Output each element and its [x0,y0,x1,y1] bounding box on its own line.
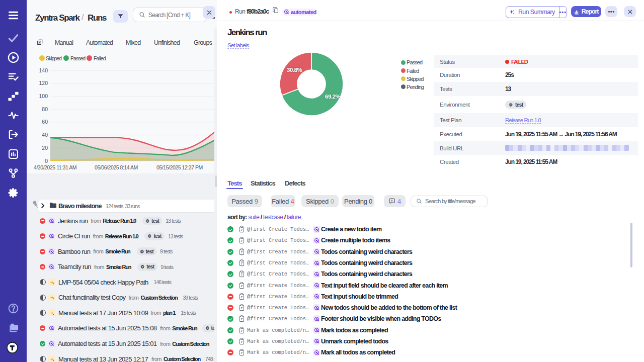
svg-text:140: 140 [39,67,48,73]
svg-text:120: 120 [39,80,48,86]
svg-text:0: 0 [45,158,48,164]
svg-text:100: 100 [39,93,48,99]
svg-text:80: 80 [42,106,48,112]
svg-text:20: 20 [42,145,48,151]
svg-text:40: 40 [42,132,48,138]
svg-text:60: 60 [42,119,48,125]
